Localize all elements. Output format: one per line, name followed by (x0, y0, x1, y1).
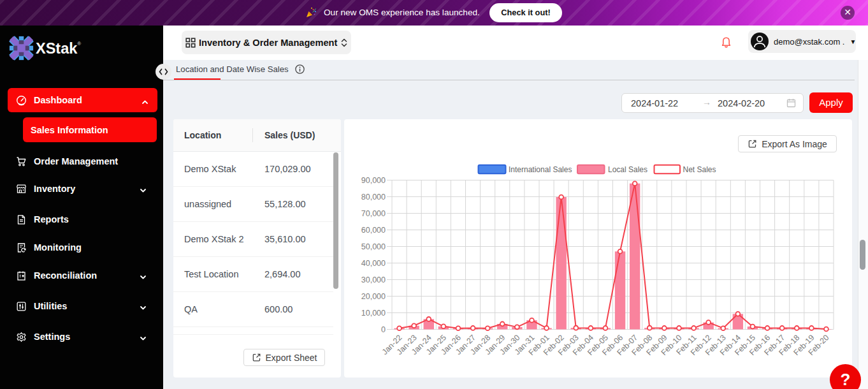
svg-text:20,000: 20,000 (361, 292, 386, 301)
svg-text:Net Sales: Net Sales (683, 165, 716, 174)
svg-text:Local Sales: Local Sales (608, 165, 647, 174)
svg-text:40,000: 40,000 (361, 259, 386, 268)
svg-text:30,000: 30,000 (361, 275, 386, 284)
svg-text:10,000: 10,000 (361, 309, 386, 318)
svg-text:0: 0 (381, 325, 386, 334)
svg-text:50,000: 50,000 (361, 242, 386, 251)
svg-text:60,000: 60,000 (361, 226, 386, 235)
svg-text:70,000: 70,000 (361, 209, 386, 218)
svg-text:International Sales: International Sales (509, 165, 572, 174)
svg-text:80,000: 80,000 (361, 193, 386, 202)
svg-text:90,000: 90,000 (361, 176, 386, 185)
